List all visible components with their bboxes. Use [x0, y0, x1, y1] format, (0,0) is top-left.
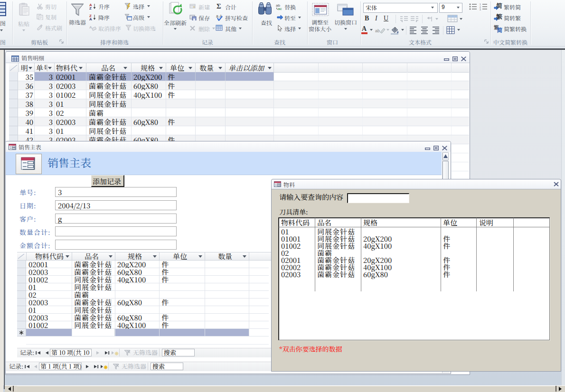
svg-text:A: A [89, 25, 92, 29]
svg-text:ab: ab [375, 28, 380, 33]
svg-text:Z: Z [89, 6, 92, 9]
svg-text:3: 3 [480, 8, 481, 10]
svg-text:A: A [89, 17, 92, 20]
svg-text:ac: ac [278, 7, 282, 10]
svg-text:a: a [216, 14, 218, 19]
svg-text:*: * [193, 5, 195, 9]
